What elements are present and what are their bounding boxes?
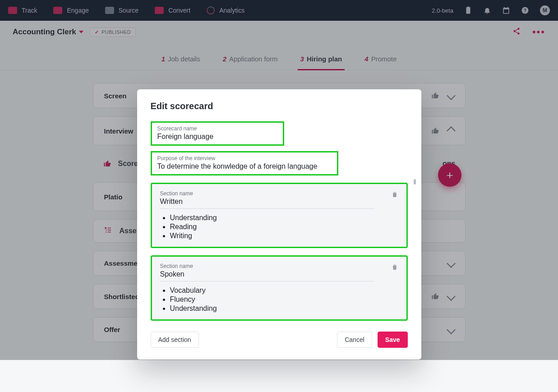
modal-footer: Add section Cancel Save [151,332,408,348]
section-name-value[interactable]: Written [160,197,374,209]
list-item[interactable]: Vocabulary [170,286,398,295]
purpose-label: Purpose of the interview [157,155,332,161]
section-written: Section name Written Understanding Readi… [151,183,408,248]
section-name-label: Section name [160,263,374,269]
purpose-input[interactable] [157,161,332,171]
list-item[interactable]: Understanding [170,213,398,222]
trash-icon[interactable] [391,190,398,198]
section-name-label: Section name [160,190,374,197]
list-item[interactable]: Fluency [170,295,398,304]
list-item[interactable]: Writing [170,231,398,240]
cancel-button[interactable]: Cancel [337,332,372,348]
section-spoken: Section name Spoken Vocabulary Fluency U… [151,255,408,321]
list-item[interactable]: Understanding [170,304,398,313]
scorecard-name-label: Scorecard name [157,125,277,132]
section-items-list: Understanding Reading Writing [160,213,398,240]
save-button[interactable]: Save [378,332,408,348]
modal-title: Edit scorecard [151,101,408,111]
scrollbar-thumb[interactable] [414,179,416,184]
section-items-list: Vocabulary Fluency Understanding [160,286,398,313]
scorecard-name-field[interactable]: Scorecard name [151,121,284,146]
edit-scorecard-modal: Edit scorecard Scorecard name Purpose of… [137,89,421,360]
modal-body: Scorecard name Purpose of the interview … [151,121,408,321]
modal-overlay: Edit scorecard Scorecard name Purpose of… [0,0,558,360]
list-item[interactable]: Reading [170,222,398,231]
trash-icon[interactable] [391,263,398,271]
main: Screen Interview Sc [0,70,558,360]
scorecard-name-input[interactable] [157,132,277,141]
purpose-field[interactable]: Purpose of the interview [151,151,338,175]
add-section-button[interactable]: Add section [151,332,199,348]
section-name-value[interactable]: Spoken [160,269,374,281]
